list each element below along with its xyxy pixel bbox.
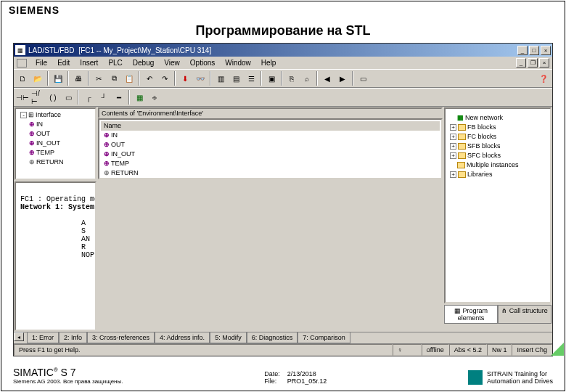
tab-xref[interactable]: 3: Cross-references bbox=[87, 332, 155, 343]
tree-root-interface[interactable]: -⊞Interface bbox=[17, 110, 94, 120]
menu-help[interactable]: Help bbox=[257, 58, 281, 68]
status-help: Press F1 to get Help. bbox=[14, 344, 393, 356]
system-menu-icon[interactable] bbox=[17, 59, 27, 68]
slide-footer: SIMATIC® S 7 Siemens AG 2003. Все права … bbox=[13, 367, 553, 385]
interface-panel: -⊞Interface ⊕IN ⊕OUT ⊕IN_OUT ⊕TEMP ⊕RETU… bbox=[15, 107, 97, 180]
tree-temp[interactable]: ⊕TEMP bbox=[17, 148, 94, 158]
tab-modify[interactable]: 5: Modify bbox=[210, 332, 247, 343]
env-row-temp[interactable]: ⊕TEMP bbox=[101, 159, 440, 168]
statusbar: Press F1 to get Help. ♀ offline Abs < 5.… bbox=[14, 343, 552, 356]
elem-fb-blocks[interactable]: +FB blocks bbox=[447, 123, 549, 132]
env-header: Contents of 'Environment\Interface' bbox=[98, 107, 443, 118]
sitrain-icon bbox=[468, 370, 483, 385]
workspace: -⊞Interface ⊕IN ⊕OUT ⊕IN_OUT ⊕TEMP ⊕RETU… bbox=[14, 107, 552, 332]
menu-view[interactable]: View bbox=[160, 58, 184, 68]
coil-icon[interactable]: ( ) bbox=[46, 90, 60, 105]
tree-inout[interactable]: ⊕IN_OUT bbox=[17, 139, 94, 148]
app-label: LAD/STL/FBD bbox=[28, 46, 74, 54]
tab-error[interactable]: 1: Error bbox=[27, 332, 59, 343]
network-icon[interactable]: ▦ bbox=[132, 90, 147, 105]
tab-diag[interactable]: 6: Diagnostics bbox=[247, 332, 298, 343]
elem-multi-inst[interactable]: Multiple instances bbox=[447, 160, 549, 170]
nav-next-icon[interactable]: ▶ bbox=[335, 71, 350, 86]
program-elements-panel: ▦New network +FB blocks +FC blocks +SFB … bbox=[444, 107, 551, 303]
view3-icon[interactable]: ☰ bbox=[244, 71, 258, 86]
search-icon[interactable]: ⌕ bbox=[300, 71, 314, 86]
save-icon[interactable]: 💾 bbox=[51, 71, 65, 86]
app-window: ▦ LAD/STL/FBD [FC1 -- My_Project\My_Stat… bbox=[13, 43, 553, 356]
goto-icon[interactable]: ⎘ bbox=[284, 71, 299, 86]
code-network-title: Network 1: System IN Light bbox=[20, 203, 97, 211]
contact-nc-icon[interactable]: ⊣/⊢ bbox=[30, 90, 45, 105]
date-label: Date: bbox=[264, 370, 280, 377]
branch-open-icon[interactable]: ┌ bbox=[81, 90, 96, 105]
elem-sfc-blocks[interactable]: +SFC blocks bbox=[447, 151, 549, 160]
nav-prev-icon[interactable]: ◀ bbox=[320, 71, 335, 86]
elem-libraries[interactable]: +Libraries bbox=[447, 170, 549, 179]
help-icon[interactable]: ❓ bbox=[536, 71, 551, 86]
mdi-close-button[interactable]: × bbox=[539, 58, 549, 68]
menubar: File Edit Insert PLC Debug View Options … bbox=[14, 57, 552, 69]
doc-title: [FC1 -- My_Project\My_Station\CPU 314] bbox=[78, 46, 517, 54]
new-icon[interactable]: 🗋 bbox=[15, 71, 30, 86]
block-icon[interactable]: ▭ bbox=[356, 71, 370, 86]
env-row-in[interactable]: ⊕IN bbox=[101, 131, 440, 140]
copy-icon[interactable]: ⧉ bbox=[107, 71, 121, 86]
connector-icon[interactable]: ━ bbox=[112, 90, 126, 105]
print-icon[interactable]: 🖶 bbox=[71, 71, 86, 86]
elem-fc-blocks[interactable]: +FC blocks bbox=[447, 132, 549, 142]
menu-file[interactable]: File bbox=[31, 58, 52, 68]
code-editor[interactable]: FC1 : Operating mode section Network 1: … bbox=[15, 181, 97, 331]
env-row-return[interactable]: ⊕RETURN bbox=[101, 168, 440, 178]
code-fc-comment: FC1 : Operating mode section bbox=[20, 195, 97, 203]
menu-window[interactable]: Window bbox=[221, 58, 255, 68]
menu-insert[interactable]: Insert bbox=[75, 58, 102, 68]
open-icon[interactable]: 📂 bbox=[30, 71, 45, 86]
call-icon[interactable]: ⎆ bbox=[147, 90, 162, 105]
tab-program-elements[interactable]: ▦ Program elements bbox=[444, 305, 498, 324]
menu-options[interactable]: Options bbox=[186, 58, 219, 68]
status-offline: offline bbox=[422, 344, 449, 356]
symbol-icon[interactable]: ▣ bbox=[264, 71, 279, 86]
menu-plc[interactable]: PLC bbox=[104, 58, 126, 68]
tree-out[interactable]: ⊕OUT bbox=[17, 129, 94, 139]
toolbar-stl: ⊣⊢ ⊣/⊢ ( ) ▭ ┌ ┘ ━ ▦ ⎆ bbox=[14, 88, 552, 107]
sitrain-line2: Automation and Drives bbox=[487, 377, 553, 385]
monitor-icon[interactable]: 👓 bbox=[193, 71, 208, 86]
tab-compare[interactable]: 7: Comparison bbox=[298, 332, 350, 343]
app-icon: ▦ bbox=[15, 45, 25, 55]
tree-in[interactable]: ⊕IN bbox=[17, 120, 94, 129]
elem-new-network[interactable]: ▦New network bbox=[447, 113, 549, 123]
redo-icon[interactable]: ↷ bbox=[157, 71, 172, 86]
undo-icon[interactable]: ↶ bbox=[142, 71, 157, 86]
mdi-restore-button[interactable]: ❐ bbox=[528, 58, 538, 68]
elem-sfb-blocks[interactable]: +SFB blocks bbox=[447, 142, 549, 151]
view1-icon[interactable]: ▥ bbox=[213, 71, 228, 86]
copyright: Siemens AG 2003. Все права защищены. bbox=[13, 378, 123, 385]
status-insert: Insert Chg bbox=[512, 344, 552, 356]
menu-debug[interactable]: Debug bbox=[128, 58, 158, 68]
branch-close-icon[interactable]: ┘ bbox=[97, 90, 111, 105]
maximize-button[interactable]: □ bbox=[529, 46, 539, 55]
tab-info[interactable]: 2: Info bbox=[59, 332, 87, 343]
view2-icon[interactable]: ▤ bbox=[229, 71, 243, 86]
titlebar: ▦ LAD/STL/FBD [FC1 -- My_Project\My_Stat… bbox=[14, 44, 552, 57]
toolbar-main: 🗋 📂 💾 🖶 ✂ ⧉ 📋 ↶ ↷ ⬇ 👓 ▥ ▤ ☰ ▣ ⎘ ⌕ bbox=[14, 69, 552, 88]
tree-return[interactable]: ⊕RETURN bbox=[17, 158, 94, 167]
brand-logo: SIEMENS bbox=[1, 1, 565, 19]
env-row-out[interactable]: ⊕OUT bbox=[101, 140, 440, 150]
box-icon[interactable]: ▭ bbox=[61, 90, 75, 105]
tab-call-structure[interactable]: ⋔ Call structure bbox=[498, 305, 551, 324]
contact-no-icon[interactable]: ⊣⊢ bbox=[15, 90, 30, 105]
close-button[interactable]: × bbox=[541, 46, 551, 55]
paste-icon[interactable]: 📋 bbox=[122, 71, 136, 86]
tab-scroll-left[interactable]: ◂ bbox=[14, 332, 24, 341]
download-icon[interactable]: ⬇ bbox=[178, 71, 192, 86]
mdi-minimize-button[interactable]: _ bbox=[516, 58, 526, 68]
tab-address[interactable]: 4: Address info. bbox=[155, 332, 210, 343]
cut-icon[interactable]: ✂ bbox=[91, 71, 106, 86]
env-row-inout[interactable]: ⊕IN_OUT bbox=[101, 150, 440, 159]
resize-corner-icon bbox=[551, 343, 564, 356]
minimize-button[interactable]: _ bbox=[517, 46, 528, 55]
menu-edit[interactable]: Edit bbox=[53, 58, 74, 68]
